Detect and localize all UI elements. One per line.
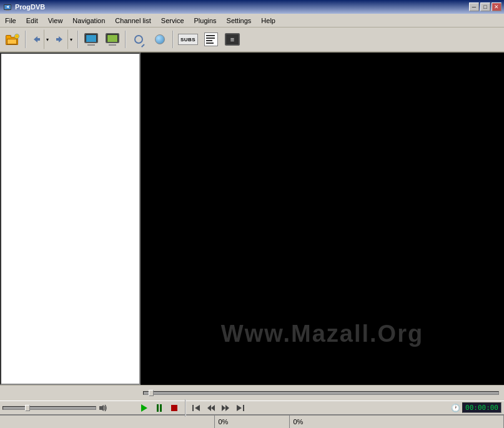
channel-list-button[interactable]: ≡	[222, 29, 242, 49]
volume-slider[interactable]	[2, 406, 96, 410]
timeline-track[interactable]	[143, 391, 499, 395]
svg-marker-11	[211, 405, 215, 411]
menu-file[interactable]: File	[0, 14, 21, 27]
title-bar: ProgDVB ─ □ ✕	[0, 0, 504, 14]
time-display-group: 🕐 00:00:00	[451, 402, 502, 413]
record-button[interactable]	[150, 29, 170, 49]
playback-controls	[137, 402, 181, 414]
volume-thumb[interactable]	[25, 405, 30, 411]
video-panel	[141, 52, 504, 385]
scan-button[interactable]	[129, 29, 149, 49]
time-display: 00:00:00	[462, 402, 502, 413]
back-button[interactable]	[29, 29, 44, 49]
play-button[interactable]	[137, 402, 151, 414]
controls-separator	[185, 399, 186, 417]
channel-panel	[0, 52, 141, 385]
prev-chapter-button[interactable]	[190, 402, 204, 414]
menu-help[interactable]: Help	[256, 14, 280, 27]
menu-bar: File Edit View Navigation Channel list S…	[0, 14, 504, 27]
toolbar-separator-1	[25, 31, 26, 48]
menu-navigation[interactable]: Navigation	[67, 14, 110, 27]
minimize-button[interactable]: ─	[469, 2, 479, 11]
svg-marker-10	[195, 405, 200, 411]
fast-forward-button[interactable]	[219, 402, 232, 414]
status-mid-text: 0%	[219, 418, 229, 426]
maximize-button[interactable]: □	[480, 2, 490, 11]
svg-rect-5	[37, 38, 40, 41]
tv-mode-button[interactable]	[81, 29, 101, 49]
svg-rect-15	[243, 405, 244, 411]
menu-edit[interactable]: Edit	[21, 14, 43, 27]
teletext-button[interactable]	[201, 29, 221, 49]
close-button[interactable]: ✕	[492, 2, 502, 11]
title-text: ProgDVB	[15, 3, 45, 11]
back-nav-group: ▾	[29, 29, 51, 49]
skip-controls	[190, 402, 247, 414]
svg-marker-12	[207, 405, 211, 411]
timeline-bar	[0, 385, 504, 401]
status-bar: 0% 0%	[0, 414, 504, 428]
forward-dropdown[interactable]: ▾	[67, 29, 75, 49]
menu-settings[interactable]: Settings	[222, 14, 257, 27]
dvd-mode-button[interactable]	[102, 29, 122, 49]
menu-plugins[interactable]: Plugins	[189, 14, 222, 27]
controls-bar: 🕐 00:00:00	[0, 401, 504, 414]
svg-rect-9	[192, 405, 194, 411]
subtitles-button[interactable]: SUBS	[176, 29, 200, 49]
status-mid: 0%	[215, 416, 290, 428]
menu-service[interactable]: Service	[156, 14, 189, 27]
menu-channel-list[interactable]: Channel list	[110, 14, 156, 27]
svg-marker-13	[222, 405, 225, 411]
toolbar-separator-4	[172, 31, 174, 48]
timeline-thumb[interactable]	[149, 390, 154, 396]
title-buttons: ─ □ ✕	[469, 2, 502, 11]
svg-marker-16	[237, 405, 242, 411]
svg-marker-8	[99, 405, 104, 411]
volume-icon-button[interactable]	[97, 402, 110, 414]
toolbar: ▾ ▾	[0, 27, 504, 52]
status-right-text: 0%	[294, 418, 304, 426]
svg-rect-7	[56, 38, 59, 41]
toolbar-separator-2	[77, 31, 79, 48]
open-folder-button[interactable]	[2, 29, 22, 49]
svg-marker-14	[225, 405, 229, 411]
main-content: Www.Mazall.Org	[0, 52, 504, 385]
pause-button[interactable]	[152, 402, 166, 414]
next-chapter-button[interactable]	[233, 402, 247, 414]
volume-group	[2, 402, 134, 414]
forward-nav-group: ▾	[52, 29, 75, 49]
stop-button[interactable]	[167, 402, 181, 414]
app-icon	[2, 2, 12, 12]
clock-icon: 🕐	[451, 404, 460, 412]
forward-button[interactable]	[52, 29, 67, 49]
toolbar-separator-3	[125, 31, 126, 48]
svg-rect-2	[6, 10, 9, 11]
title-bar-left: ProgDVB	[2, 2, 45, 12]
status-right: 0%	[290, 416, 505, 428]
svg-marker-6	[59, 36, 62, 42]
back-dropdown[interactable]: ▾	[44, 29, 51, 49]
status-left	[0, 416, 215, 428]
rewind-button[interactable]	[204, 402, 218, 414]
menu-view[interactable]: View	[43, 14, 68, 27]
svg-marker-4	[34, 36, 37, 42]
